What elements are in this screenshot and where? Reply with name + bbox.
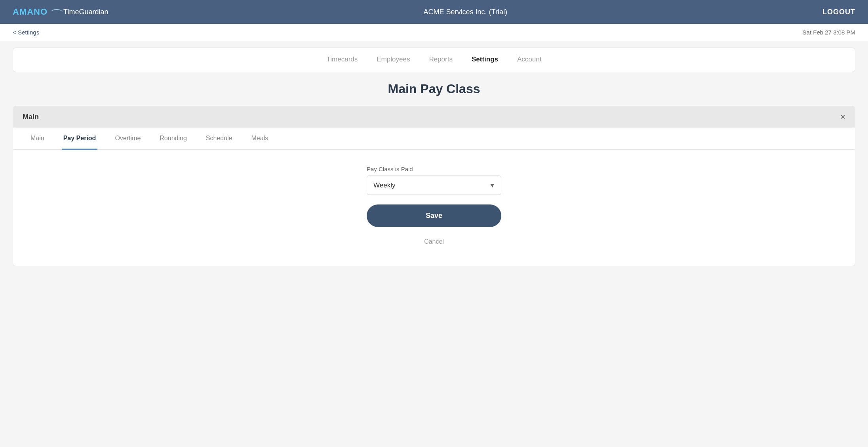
panel-tab-schedule[interactable]: Schedule xyxy=(204,128,234,150)
panel-close-button[interactable]: × xyxy=(840,113,845,121)
main-content: Timecards Employees Reports Settings Acc… xyxy=(0,41,868,279)
pay-class-select[interactable]: Weekly Bi-Weekly Semi-Monthly Monthly xyxy=(367,176,501,195)
tab-timecards[interactable]: Timecards xyxy=(327,54,358,66)
company-title: ACME Services Inc. (Trial) xyxy=(424,8,507,16)
sub-header: < Settings Sat Feb 27 3:08 PM xyxy=(0,24,868,41)
logo: AMANO TimeGuardian xyxy=(13,7,108,17)
panel-tab-meals[interactable]: Meals xyxy=(250,128,270,150)
main-nav: Timecards Employees Reports Settings Acc… xyxy=(21,48,847,72)
back-settings-link[interactable]: < Settings xyxy=(13,29,39,36)
datetime-display: Sat Feb 27 3:08 PM xyxy=(803,29,855,36)
page-title: Main Pay Class xyxy=(13,82,855,96)
logout-button[interactable]: LOGOUT xyxy=(822,8,855,16)
cancel-button[interactable]: Cancel xyxy=(418,237,450,247)
pay-class-form-group: Pay Class is Paid Weekly Bi-Weekly Semi-… xyxy=(367,166,501,195)
panel-title: Main xyxy=(23,113,39,121)
tab-employees[interactable]: Employees xyxy=(377,54,410,66)
panel-tab-main[interactable]: Main xyxy=(29,128,46,150)
panel-header: Main × xyxy=(13,106,855,128)
tab-settings[interactable]: Settings xyxy=(472,54,498,66)
panel-tab-rounding[interactable]: Rounding xyxy=(158,128,188,150)
tab-account[interactable]: Account xyxy=(517,54,541,66)
nav-tabs-container: Timecards Employees Reports Settings Acc… xyxy=(13,48,855,72)
panel-tab-overtime[interactable]: Overtime xyxy=(113,128,142,150)
pay-class-panel: Main × Main Pay Period Overtime Rounding… xyxy=(13,106,855,266)
panel-body: Pay Class is Paid Weekly Bi-Weekly Semi-… xyxy=(13,150,855,266)
tab-reports[interactable]: Reports xyxy=(429,54,453,66)
logo-timeguardian: TimeGuardian xyxy=(51,8,108,16)
logo-amano: AMANO xyxy=(13,7,48,17)
pay-class-select-wrapper: Weekly Bi-Weekly Semi-Monthly Monthly ▼ xyxy=(367,176,501,195)
app-header: AMANO TimeGuardian ACME Services Inc. (T… xyxy=(0,0,868,24)
pay-class-label: Pay Class is Paid xyxy=(367,166,501,172)
save-button[interactable]: Save xyxy=(367,204,501,227)
panel-tab-pay-period[interactable]: Pay Period xyxy=(62,128,98,150)
panel-tabs: Main Pay Period Overtime Rounding Schedu… xyxy=(13,128,855,150)
